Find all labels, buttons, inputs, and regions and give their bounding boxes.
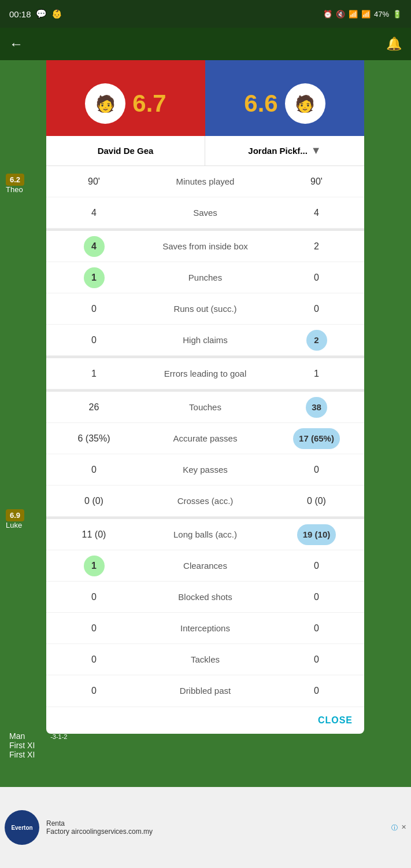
stat-row: 4Saves4 [46, 197, 364, 229]
baby-icon: 👶 [51, 9, 62, 19]
everton-logo: Everton [5, 810, 39, 845]
player-left-score: 6.7 [132, 90, 166, 117]
stat-left-value: 11 (0) [46, 529, 142, 540]
player-label-theo: Theo [6, 185, 23, 194]
stat-right-value: 38 [269, 397, 364, 418]
stat-label: Key passes [142, 464, 269, 476]
badge-green-left: 1 [84, 267, 105, 288]
score-badge-luke: 6.9 [6, 509, 24, 521]
stat-label: Punches [142, 272, 269, 284]
stat-right-value: 0 (0) [269, 496, 364, 506]
badge-blue-right: 17 (65%) [293, 428, 340, 449]
stat-right-value: 2 [269, 330, 364, 351]
stat-row: 90'Minutes played90' [46, 166, 364, 197]
stat-left-value: 0 [46, 335, 142, 345]
stat-label: Crosses (acc.) [142, 495, 269, 507]
stat-label: Errors leading to goal [142, 368, 269, 380]
player-right-section: 6.6 🧑 [205, 60, 364, 147]
stat-right-value: 1 [269, 369, 364, 379]
stat-left-value: 4 [46, 236, 142, 257]
lineup-first-xi-1: First XI [9, 741, 402, 750]
player-left-name: David De Gea [46, 136, 205, 165]
battery: 47% [374, 10, 389, 19]
player-left-section: 🧑 6.7 [46, 60, 205, 147]
stat-right-value: 0 [269, 654, 364, 665]
stat-row: 6 (35%)Accurate passes17 (65%) [46, 423, 364, 454]
stat-label: Touches [142, 402, 269, 413]
stat-row: 4Saves from inside box2 [46, 231, 364, 262]
stat-right-value: 0 [269, 273, 364, 283]
badge-blue-right: 38 [306, 397, 327, 418]
score-badge-theo: 6.2 [6, 174, 24, 186]
stat-left-value: 6 (35%) [46, 433, 142, 444]
lineup-first-xi-2: First XI [9, 750, 402, 759]
badge-green-left: 4 [84, 236, 105, 257]
info-icon[interactable]: ⓘ [391, 823, 398, 832]
stat-left-value: 0 [46, 465, 142, 475]
stat-left-value: 1 [46, 267, 142, 288]
dropdown-icon[interactable]: ▼ [311, 145, 321, 157]
stat-right-value: 17 (65%) [269, 428, 364, 449]
close-button[interactable]: CLOSE [318, 715, 353, 726]
stat-row: 0Tackles0 [46, 644, 364, 675]
stat-row: 1Errors leading to goal1 [46, 358, 364, 389]
stat-row: 1Clearances0 [46, 550, 364, 582]
stat-label: Blocked shots [142, 591, 269, 603]
stat-right-value: 0 [269, 592, 364, 602]
badge-green-left: 1 [84, 556, 105, 576]
player-right-score: 6.6 [244, 90, 277, 117]
wifi-icon: 📶 [349, 10, 358, 19]
battery-icon: 🔋 [393, 10, 402, 19]
player-right-avatar: 🧑 [285, 83, 325, 124]
stat-row: 1Punches0 [46, 262, 364, 293]
stat-row: 0Runs out (succ.)0 [46, 293, 364, 325]
stat-right-value: 90' [269, 176, 364, 187]
stat-left-value: 1 [46, 369, 142, 379]
stats-rows: 90'Minutes played90'4Saves44Saves from i… [46, 166, 364, 707]
close-row: CLOSE [46, 707, 364, 734]
status-right: ⏰ 🔇 📶 📶 47% 🔋 [323, 10, 402, 19]
player-names-row: David De Gea Jordan Pickf... ▼ [46, 136, 364, 166]
stat-row: 11 (0)Long balls (acc.)19 (10) [46, 519, 364, 550]
status-left: 00:18 💬 👶 [9, 9, 62, 19]
stat-label: Runs out (succ.) [142, 303, 269, 315]
ad-company: Renta [46, 819, 153, 827]
stat-right-value: 4 [269, 208, 364, 218]
stat-left-value: 0 [46, 686, 142, 696]
back-button[interactable]: ← [9, 36, 23, 52]
close-ad-icon[interactable]: ✕ [401, 823, 406, 831]
time: 00:18 [9, 9, 31, 19]
stat-label: High claims [142, 334, 269, 346]
stat-left-value: 4 [46, 208, 142, 218]
stat-row: 0Blocked shots0 [46, 582, 364, 613]
ad-detail: Factory aircoolingservices.com.my [46, 827, 153, 836]
stat-label: Accurate passes [142, 433, 269, 444]
alarm-icon: ⏰ [323, 10, 332, 19]
status-bar: 00:18 💬 👶 ⏰ 🔇 📶 📶 47% 🔋 [0, 0, 411, 28]
stat-row: 0High claims2 [46, 325, 364, 356]
messenger-icon: 💬 [36, 9, 47, 19]
stat-right-value: 0 [269, 304, 364, 314]
bell-icon[interactable]: 🔔 [386, 36, 402, 52]
stat-row: 0Key passes0 [46, 454, 364, 486]
stat-row: 0Interceptions0 [46, 613, 364, 644]
stat-left-value: 26 [46, 402, 142, 413]
stat-label: Long balls (acc.) [142, 529, 269, 540]
player-header: 🧑 6.7 6.6 🧑 [46, 60, 364, 147]
stat-row: 0Dribbled past0 [46, 675, 364, 707]
stat-label: Dribbled past [142, 685, 269, 697]
signal-icon: 📶 [361, 10, 371, 19]
stat-right-value: 0 [269, 686, 364, 696]
stats-card: David De Gea Jordan Pickf... ▼ 90'Minute… [46, 136, 364, 734]
mute-icon: 🔇 [336, 10, 345, 19]
player-label-luke: Luke [6, 521, 22, 529]
stat-left-value: 0 [46, 592, 142, 602]
stat-row: 0 (0)Crosses (acc.)0 (0) [46, 486, 364, 517]
top-navigation: ← 🔔 [0, 28, 411, 60]
stat-label: Saves from inside box [142, 241, 269, 252]
ad-text: Renta Factory aircoolingservices.com.my [46, 819, 153, 836]
player-right-name: Jordan Pickf... ▼ [205, 136, 364, 165]
stat-left-value: 90' [46, 176, 142, 187]
bottom-ad: Everton Renta Factory aircoolingservices… [0, 787, 411, 868]
stat-label: Minutes played [142, 176, 269, 187]
